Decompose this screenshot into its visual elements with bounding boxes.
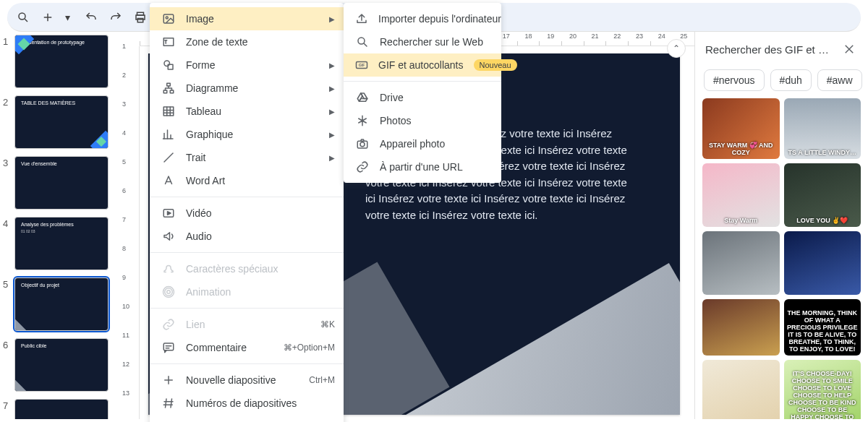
- svg-line-39: [166, 399, 167, 408]
- slide-filmstrip[interactable]: 1Présentation de prototypage2TABLE DES M…: [0, 32, 119, 419]
- link-icon: [161, 317, 176, 332]
- search-chip[interactable]: #duh: [770, 69, 812, 91]
- wordart-icon: [161, 173, 176, 188]
- menu-item-label: Drive: [380, 92, 493, 103]
- menu-item-label: Lien: [186, 319, 310, 330]
- new-badge: Nouveau: [474, 59, 517, 71]
- upload-icon: [355, 12, 368, 26]
- gif-result[interactable]: [702, 299, 780, 356]
- textbox-icon: [161, 35, 176, 49]
- hash-icon: [161, 396, 176, 410]
- slide-thumbnail[interactable]: TABLE DES MATIÈRES: [14, 95, 109, 149]
- toolbar-redo-icon[interactable]: [106, 7, 126, 27]
- gif-caption: LOVE YOU ✌️❤️: [796, 217, 848, 224]
- menu-item-word-art[interactable]: Word Art: [150, 169, 344, 192]
- svg-point-31: [167, 290, 171, 294]
- search-chip[interactable]: #aww: [817, 69, 862, 91]
- menu-item-label: GIF et autocollants: [378, 59, 464, 71]
- slide-thumbnail[interactable]: Public cible: [14, 338, 109, 392]
- table-icon: [161, 104, 176, 119]
- slide-number: 1: [3, 35, 14, 47]
- menu-item-caract-res-sp-ciaux: Caractères spéciaux: [150, 257, 344, 280]
- menu-item-tableau[interactable]: Tableau▶: [150, 100, 344, 123]
- menu-item-num-ros-de-diapositives[interactable]: Numéros de diapositives: [150, 392, 344, 415]
- sidepanel-title: Rechercher des GIF et …: [705, 43, 835, 56]
- insert-image-submenu: Importer depuis l'ordinateurRechercher s…: [344, 3, 501, 183]
- menu-item-label: Forme: [186, 59, 319, 71]
- chevron-right-icon: ▶: [329, 108, 335, 116]
- vertical-ruler: 1234567891011121314: [119, 46, 140, 419]
- menu-item-audio[interactable]: Audio: [150, 225, 344, 248]
- menu-item-gif-et-autocollants[interactable]: GIFGIF et autocollantsNouveau: [344, 53, 501, 77]
- slide-thumbnail[interactable]: [14, 399, 109, 419]
- menu-item-trait[interactable]: Trait▶: [150, 146, 344, 169]
- svg-point-15: [164, 61, 170, 66]
- slide-number: 2: [3, 95, 14, 108]
- menu-item-label: Zone de texte: [186, 36, 335, 48]
- toolbar-search-icon[interactable]: [13, 7, 33, 27]
- menu-item-label: Tableau: [186, 106, 319, 117]
- close-icon[interactable]: [841, 40, 858, 58]
- gif-result[interactable]: [702, 360, 780, 419]
- menu-item--partir-d-une-url[interactable]: À partir d'une URL: [344, 155, 501, 178]
- collapse-sidepanel-button[interactable]: ⌃: [667, 39, 686, 58]
- toolbar-new-icon[interactable]: [38, 7, 58, 27]
- menu-item-label: Image: [186, 13, 319, 25]
- gif-result[interactable]: LOVE YOU ✌️❤️: [784, 163, 861, 227]
- menu-item-vid-o[interactable]: Vidéo: [150, 202, 344, 225]
- plus-icon: [161, 373, 176, 387]
- toolbar-print-icon[interactable]: [130, 7, 150, 27]
- gif-result[interactable]: TS A LITTLE WINDY…: [784, 98, 861, 159]
- gif-result[interactable]: IT'S CHOOSE-DAY! CHOOSE TO SMILE CHOOSE …: [784, 360, 861, 419]
- chevron-right-icon: ▶: [329, 15, 335, 23]
- motion-icon: [161, 285, 176, 299]
- gif-result[interactable]: STAY WARM 💞 AND COZY: [702, 98, 780, 159]
- slide-thumbnail[interactable]: Objectif du projet: [14, 277, 109, 331]
- menu-item-graphique[interactable]: Graphique▶: [150, 123, 344, 146]
- menu-item-drive[interactable]: Drive: [344, 86, 501, 109]
- audio-icon: [161, 229, 176, 244]
- menu-item-rechercher-sur-le-web[interactable]: Rechercher sur le Web: [344, 30, 501, 53]
- gif-result[interactable]: Stay Warm: [702, 163, 780, 227]
- menu-item-importer-depuis-l-ordinateur[interactable]: Importer depuis l'ordinateur: [344, 7, 501, 30]
- gif-caption: IT'S CHOOSE-DAY! CHOOSE TO SMILE CHOOSE …: [787, 370, 859, 419]
- menu-item-nouvelle-diapositive[interactable]: Nouvelle diapositiveCtrl+M: [150, 369, 344, 392]
- svg-point-11: [166, 17, 168, 19]
- menu-item-label: Importer depuis l'ordinateur: [378, 13, 501, 25]
- menu-shortcut: Ctrl+M: [309, 375, 335, 385]
- menu-item-photos[interactable]: Photos: [344, 109, 501, 132]
- slide-thumbnail[interactable]: Analyse des problèmes01 02 03: [14, 217, 109, 270]
- search-chip[interactable]: #nervous: [704, 69, 765, 91]
- omega-icon: [161, 262, 176, 276]
- menu-item-appareil-photo[interactable]: Appareil photo: [344, 132, 501, 155]
- menu-item-commentaire[interactable]: Commentaire⌘+Option+M: [150, 336, 344, 359]
- menu-item-label: Audio: [186, 231, 335, 242]
- slide-number: 3: [3, 156, 14, 168]
- chevron-right-icon: ▶: [329, 154, 335, 162]
- svg-line-44: [364, 43, 367, 46]
- slide-thumbnail[interactable]: Vue d'ensemble: [14, 156, 109, 210]
- gif-result[interactable]: [702, 231, 780, 295]
- toolbar-undo-icon[interactable]: [81, 7, 101, 27]
- photos-icon: [355, 113, 370, 128]
- slide-thumbnail[interactable]: Présentation de prototypage: [14, 35, 109, 88]
- toolbar-new-caret-icon[interactable]: ▾: [62, 7, 72, 27]
- menu-item-label: Graphique: [186, 129, 319, 140]
- menu-item-image[interactable]: Image▶: [150, 7, 344, 30]
- menu-item-label: Photos: [380, 115, 493, 126]
- menu-item-forme[interactable]: Forme▶: [150, 53, 344, 77]
- chevron-right-icon: ▶: [329, 61, 335, 69]
- svg-point-48: [360, 142, 365, 147]
- menu-item-zone-de-texte[interactable]: Zone de texte: [150, 30, 344, 53]
- search-chips-row: #nervous#duh#aww#sc: [695, 66, 868, 98]
- menu-item-diagramme[interactable]: Diagramme▶: [150, 77, 344, 100]
- gif-result[interactable]: [784, 231, 861, 295]
- slide-number: 7: [3, 399, 14, 411]
- slide-number: 4: [3, 217, 14, 229]
- menu-item-label: Nouvelle diapositive: [186, 374, 299, 386]
- image-icon: [161, 12, 176, 26]
- gif-result[interactable]: THE MORNING, THINK OF WHAT A PRECIOUS PR…: [784, 299, 861, 356]
- menu-shortcut: ⌘+Option+M: [284, 343, 335, 353]
- menu-item-animation: Animation: [150, 280, 344, 303]
- gif-results-grid: STAY WARM 💞 AND COZYTS A LITTLE WINDY…St…: [695, 98, 868, 419]
